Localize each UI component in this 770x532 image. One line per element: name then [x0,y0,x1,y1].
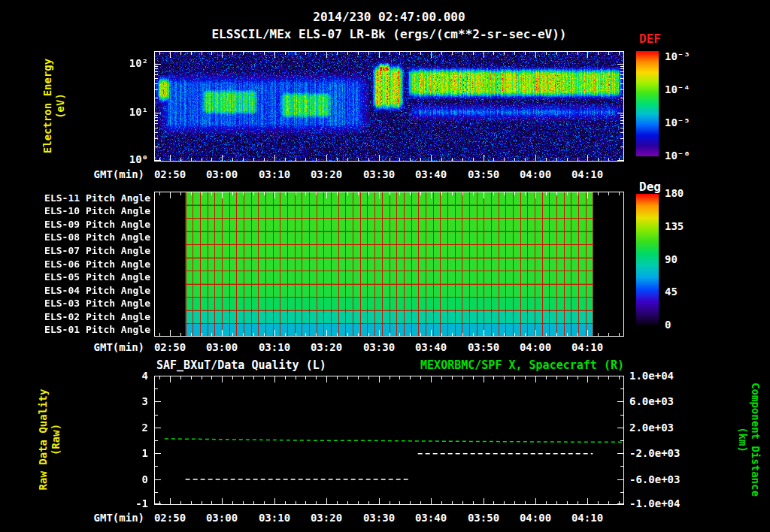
axis-tick [620,83,623,84]
axis-tick [211,333,212,336]
axis-tick [514,192,515,195]
axis-tick [504,333,505,336]
axis-tick [222,52,223,58]
axis-tick [619,52,620,55]
axis-tick [399,192,400,195]
axis-tick [578,376,578,379]
axis-tick [155,68,158,69]
axis-tick [390,376,390,379]
axis-tick [264,333,265,336]
x-tick-label: 03:50 [461,512,506,524]
axis-tick [155,415,158,416]
axis-tick [567,376,568,379]
x-tick-label: 02:50 [147,168,192,180]
axis-tick [620,71,623,72]
axis-tick [473,158,474,161]
x-tick-label: 02:50 [147,341,192,353]
axis-tick [326,192,327,198]
axis-tick [368,333,369,336]
axis-tick [159,333,160,336]
axis-tick [617,479,623,480]
axis-tick [493,376,494,379]
axis-tick [316,501,317,504]
x-tick-label: 02:50 [147,512,192,524]
axis-tick [452,376,453,379]
axis-tick [305,52,306,55]
x-tick-label: 04:00 [513,341,558,353]
axis-tick [337,376,338,379]
axis-tick [399,376,400,379]
deg-colorbar-tick-label: 45 [665,286,678,298]
axis-tick [347,158,348,161]
axis-tick [617,113,623,113]
axis-tick [243,501,244,504]
axis-tick [514,52,515,55]
axis-tick [431,330,432,336]
axis-tick [493,192,494,195]
axis-tick [620,68,623,69]
x-tick-label: 03:10 [252,168,297,180]
axis-tick [155,120,158,121]
left-y-tick-label: 4 [113,370,148,382]
axis-tick [180,158,181,161]
def-colorbar-tick-label: 10⁻⁵ [665,116,690,128]
axis-tick [484,376,484,382]
axis-tick [484,330,484,336]
axis-tick [159,376,160,379]
axis-tick [598,158,599,161]
axis-tick [170,330,171,336]
x-tick-label: 04:10 [565,512,610,524]
axis-tick [546,158,547,161]
axis-tick [535,192,536,198]
electron-spectrogram-canvas [154,51,624,162]
axis-tick [587,52,588,58]
pitch-row-label: ELS-10 Pitch Angle [30,205,150,216]
axis-tick [556,192,557,195]
axis-tick [546,52,547,55]
axis-tick [567,52,568,55]
axis-tick [232,52,233,55]
axis-tick [155,401,161,402]
axis-tick [264,158,265,161]
axis-tick [379,192,380,198]
axis-tick [347,52,348,55]
axis-tick [431,52,432,58]
axis-tick [305,501,306,504]
axis-tick [155,89,158,90]
timestamp-title: 2014/230 02:47:00.000 [154,10,624,24]
def-colorbar-tick-label: 10⁻⁶ [665,150,690,162]
y-tick-label: 10⁰ [105,153,148,165]
x-tick-label: 03:30 [356,168,402,180]
axis-tick [535,155,536,161]
axis-tick [379,330,380,336]
axis-tick [431,376,432,382]
axis-tick [191,192,192,195]
axis-tick [535,376,536,382]
plot-title: ELSSCIL/MEx ELS-07 LR-Bk (ergs/(cm**2-sr… [154,27,624,41]
axis-tick [170,376,171,382]
axis-tick [598,192,599,195]
axis-tick [567,501,568,504]
axis-tick [431,498,432,504]
axis-tick [420,192,421,195]
right-y-tick-label: -1.0e+04 [629,497,697,509]
axis-tick [368,192,369,195]
axis-tick [598,501,599,504]
axis-tick [608,52,609,55]
axis-tick [617,453,623,454]
axis-tick [296,52,296,55]
axis-tick [243,376,244,379]
axis-tick [368,158,369,161]
axis-tick [514,376,515,379]
axis-tick [326,376,327,382]
axis-tick [546,333,547,336]
axis-tick [191,158,192,161]
axis-tick [493,158,494,161]
axis-tick [379,52,380,58]
axis-tick [285,333,286,336]
y-tick-label: 10² [105,57,148,69]
axis-tick [253,158,254,161]
bottom-right-title: MEXORBMC/SPF X, Spacecraft (R) [301,358,624,372]
axis-tick [305,333,306,336]
axis-tick [556,158,557,161]
